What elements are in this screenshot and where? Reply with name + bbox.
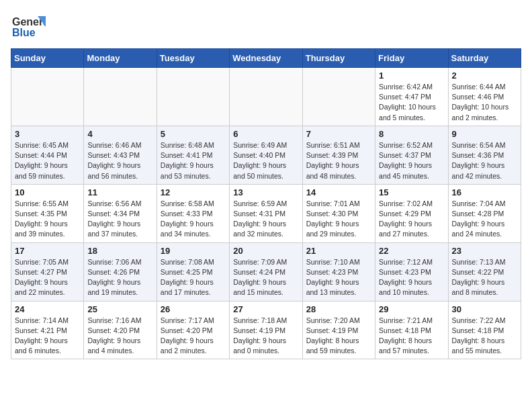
- calendar-cell: 7Sunrise: 6:51 AMSunset: 4:39 PMDaylight…: [302, 126, 375, 184]
- day-number: 8: [379, 129, 444, 139]
- calendar-cell: 8Sunrise: 6:52 AMSunset: 4:37 PMDaylight…: [375, 126, 448, 184]
- weekday-header-tuesday: Tuesday: [157, 49, 229, 68]
- header: General Blue: [11, 11, 521, 43]
- day-info: Sunrise: 7:12 AMSunset: 4:23 PMDaylight:…: [379, 257, 444, 298]
- day-number: 3: [15, 129, 80, 139]
- day-info: Sunrise: 7:08 AMSunset: 4:25 PMDaylight:…: [161, 257, 226, 298]
- day-info: Sunrise: 7:14 AMSunset: 4:21 PMDaylight:…: [15, 316, 80, 357]
- weekday-header-sunday: Sunday: [11, 49, 84, 68]
- calendar-cell: 29Sunrise: 7:21 AMSunset: 4:18 PMDayligh…: [375, 301, 448, 359]
- calendar-week-row: 17Sunrise: 7:05 AMSunset: 4:27 PMDayligh…: [11, 242, 521, 301]
- day-number: 2: [452, 71, 517, 81]
- day-number: 21: [306, 246, 371, 256]
- calendar-cell: [230, 68, 302, 126]
- day-info: Sunrise: 7:01 AMSunset: 4:30 PMDaylight:…: [306, 199, 371, 240]
- calendar-cell: 13Sunrise: 6:59 AMSunset: 4:31 PMDayligh…: [230, 184, 302, 242]
- calendar-cell: 9Sunrise: 6:54 AMSunset: 4:36 PMDaylight…: [448, 126, 521, 184]
- day-number: 11: [87, 187, 152, 197]
- calendar-cell: 19Sunrise: 7:08 AMSunset: 4:25 PMDayligh…: [157, 242, 229, 301]
- day-number: 26: [161, 304, 226, 314]
- day-number: 22: [379, 246, 444, 256]
- day-info: Sunrise: 6:52 AMSunset: 4:37 PMDaylight:…: [379, 140, 444, 181]
- day-number: 15: [379, 187, 444, 197]
- day-number: 10: [15, 187, 80, 197]
- calendar-cell: 1Sunrise: 6:42 AMSunset: 4:47 PMDaylight…: [375, 68, 448, 126]
- logo-icon: General Blue: [11, 11, 46, 43]
- calendar-cell: 27Sunrise: 7:18 AMSunset: 4:19 PMDayligh…: [230, 301, 302, 359]
- day-number: 1: [379, 71, 444, 81]
- calendar-cell: 18Sunrise: 7:06 AMSunset: 4:26 PMDayligh…: [84, 242, 157, 301]
- day-number: 30: [452, 304, 517, 314]
- day-number: 29: [379, 304, 444, 314]
- calendar-cell: 5Sunrise: 6:48 AMSunset: 4:41 PMDaylight…: [157, 126, 229, 184]
- calendar-table: SundayMondayTuesdayWednesdayThursdayFrid…: [11, 48, 521, 359]
- day-info: Sunrise: 7:20 AMSunset: 4:19 PMDaylight:…: [306, 316, 371, 357]
- calendar-cell: 21Sunrise: 7:10 AMSunset: 4:23 PMDayligh…: [302, 242, 375, 301]
- calendar-cell: [157, 68, 229, 126]
- weekday-header-monday: Monday: [84, 49, 157, 68]
- day-info: Sunrise: 7:09 AMSunset: 4:24 PMDaylight:…: [233, 257, 298, 298]
- calendar-cell: 12Sunrise: 6:58 AMSunset: 4:33 PMDayligh…: [157, 184, 229, 242]
- day-info: Sunrise: 6:48 AMSunset: 4:41 PMDaylight:…: [161, 140, 226, 181]
- day-number: 4: [87, 129, 152, 139]
- day-number: 9: [452, 129, 517, 139]
- calendar-week-row: 24Sunrise: 7:14 AMSunset: 4:21 PMDayligh…: [11, 301, 521, 359]
- calendar-cell: 15Sunrise: 7:02 AMSunset: 4:29 PMDayligh…: [375, 184, 448, 242]
- calendar-cell: 11Sunrise: 6:56 AMSunset: 4:34 PMDayligh…: [84, 184, 157, 242]
- day-info: Sunrise: 7:16 AMSunset: 4:20 PMDaylight:…: [87, 316, 152, 357]
- calendar-cell: 28Sunrise: 7:20 AMSunset: 4:19 PMDayligh…: [302, 301, 375, 359]
- calendar-cell: 16Sunrise: 7:04 AMSunset: 4:28 PMDayligh…: [448, 184, 521, 242]
- calendar-cell: 24Sunrise: 7:14 AMSunset: 4:21 PMDayligh…: [11, 301, 84, 359]
- day-info: Sunrise: 6:58 AMSunset: 4:33 PMDaylight:…: [161, 199, 226, 240]
- day-info: Sunrise: 7:06 AMSunset: 4:26 PMDaylight:…: [87, 257, 152, 298]
- calendar-cell: 3Sunrise: 6:45 AMSunset: 4:44 PMDaylight…: [11, 126, 84, 184]
- day-info: Sunrise: 6:54 AMSunset: 4:36 PMDaylight:…: [452, 140, 517, 181]
- day-info: Sunrise: 6:55 AMSunset: 4:35 PMDaylight:…: [15, 199, 80, 240]
- day-info: Sunrise: 7:18 AMSunset: 4:19 PMDaylight:…: [233, 316, 298, 357]
- day-info: Sunrise: 7:21 AMSunset: 4:18 PMDaylight:…: [379, 316, 444, 357]
- day-info: Sunrise: 6:59 AMSunset: 4:31 PMDaylight:…: [233, 199, 298, 240]
- weekday-header-friday: Friday: [375, 49, 448, 68]
- day-info: Sunrise: 6:44 AMSunset: 4:46 PMDaylight:…: [452, 82, 517, 123]
- day-number: 28: [306, 304, 371, 314]
- day-number: 23: [452, 246, 517, 256]
- day-info: Sunrise: 6:46 AMSunset: 4:43 PMDaylight:…: [87, 140, 152, 181]
- day-number: 19: [161, 246, 226, 256]
- day-info: Sunrise: 6:42 AMSunset: 4:47 PMDaylight:…: [379, 82, 444, 123]
- day-info: Sunrise: 7:05 AMSunset: 4:27 PMDaylight:…: [15, 257, 80, 298]
- day-info: Sunrise: 6:45 AMSunset: 4:44 PMDaylight:…: [15, 140, 80, 181]
- weekday-header-wednesday: Wednesday: [230, 49, 302, 68]
- day-number: 16: [452, 187, 517, 197]
- calendar-cell: 2Sunrise: 6:44 AMSunset: 4:46 PMDaylight…: [448, 68, 521, 126]
- day-info: Sunrise: 7:22 AMSunset: 4:18 PMDaylight:…: [452, 316, 517, 357]
- day-number: 18: [87, 246, 152, 256]
- day-info: Sunrise: 6:56 AMSunset: 4:34 PMDaylight:…: [87, 199, 152, 240]
- day-number: 24: [15, 304, 80, 314]
- day-number: 27: [233, 304, 298, 314]
- weekday-header-thursday: Thursday: [302, 49, 375, 68]
- calendar-cell: 22Sunrise: 7:12 AMSunset: 4:23 PMDayligh…: [375, 242, 448, 301]
- day-info: Sunrise: 6:49 AMSunset: 4:40 PMDaylight:…: [233, 140, 298, 181]
- day-number: 17: [15, 246, 80, 256]
- calendar-cell: 14Sunrise: 7:01 AMSunset: 4:30 PMDayligh…: [302, 184, 375, 242]
- calendar-week-row: 1Sunrise: 6:42 AMSunset: 4:47 PMDaylight…: [11, 68, 521, 126]
- calendar-cell: [11, 68, 84, 126]
- calendar-cell: 26Sunrise: 7:17 AMSunset: 4:20 PMDayligh…: [157, 301, 229, 359]
- svg-text:Blue: Blue: [12, 27, 36, 38]
- day-info: Sunrise: 6:51 AMSunset: 4:39 PMDaylight:…: [306, 140, 371, 181]
- day-number: 6: [233, 129, 298, 139]
- day-info: Sunrise: 7:13 AMSunset: 4:22 PMDaylight:…: [452, 257, 517, 298]
- calendar-cell: 30Sunrise: 7:22 AMSunset: 4:18 PMDayligh…: [448, 301, 521, 359]
- day-number: 14: [306, 187, 371, 197]
- calendar-cell: 25Sunrise: 7:16 AMSunset: 4:20 PMDayligh…: [84, 301, 157, 359]
- day-info: Sunrise: 7:04 AMSunset: 4:28 PMDaylight:…: [452, 199, 517, 240]
- calendar-week-row: 10Sunrise: 6:55 AMSunset: 4:35 PMDayligh…: [11, 184, 521, 242]
- day-number: 7: [306, 129, 371, 139]
- calendar-cell: [302, 68, 375, 126]
- calendar-cell: 23Sunrise: 7:13 AMSunset: 4:22 PMDayligh…: [448, 242, 521, 301]
- day-info: Sunrise: 7:02 AMSunset: 4:29 PMDaylight:…: [379, 199, 444, 240]
- logo: General Blue: [11, 11, 46, 43]
- day-number: 12: [161, 187, 226, 197]
- calendar-cell: 17Sunrise: 7:05 AMSunset: 4:27 PMDayligh…: [11, 242, 84, 301]
- day-number: 5: [161, 129, 226, 139]
